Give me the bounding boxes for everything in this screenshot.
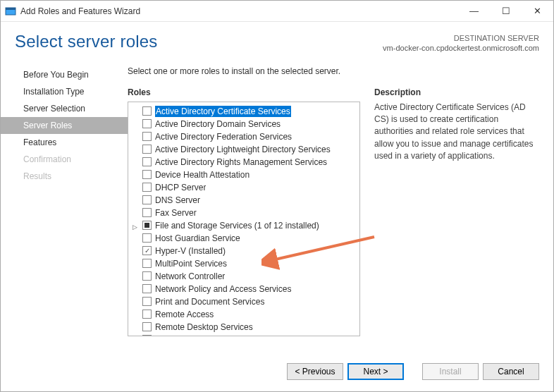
- close-button[interactable]: ✕: [522, 1, 553, 22]
- previous-button[interactable]: < Previous: [287, 363, 343, 380]
- minimize-button[interactable]: —: [458, 1, 490, 22]
- role-label: Active Directory Certificate Services: [155, 106, 291, 117]
- role-row[interactable]: Print and Document Services: [130, 295, 358, 308]
- role-label: DNS Server: [155, 195, 200, 206]
- role-row[interactable]: MultiPoint Services: [130, 257, 358, 270]
- nav-item-server-selection[interactable]: Server Selection: [1, 100, 128, 117]
- role-row[interactable]: Device Health Attestation: [130, 169, 358, 181]
- role-checkbox[interactable]: [142, 195, 152, 204]
- app-icon: [5, 6, 16, 17]
- role-label: Print and Document Services: [155, 296, 264, 307]
- role-label: Device Health Attestation: [155, 169, 250, 180]
- next-button[interactable]: Next >: [347, 363, 404, 380]
- role-row[interactable]: Host Guardian Service: [130, 232, 358, 245]
- role-checkbox[interactable]: [142, 170, 152, 179]
- role-checkbox[interactable]: [142, 233, 152, 243]
- role-label: Host Guardian Service: [155, 233, 240, 244]
- role-row[interactable]: Active Directory Lightweight Directory S…: [130, 143, 358, 156]
- role-row[interactable]: ▷File and Storage Services (1 of 12 inst…: [130, 219, 358, 232]
- role-label: Fax Server: [155, 207, 197, 219]
- destination-value: vm-docker-con.cpdockertest.onmicrosoft.c…: [383, 43, 539, 53]
- svg-rect-1: [6, 8, 16, 10]
- role-checkbox[interactable]: [142, 271, 152, 281]
- wizard-footer: < Previous Next > Install Cancel: [1, 352, 553, 391]
- role-row[interactable]: Hyper-V (Installed): [130, 245, 358, 257]
- role-checkbox[interactable]: [142, 183, 152, 192]
- role-label: Active Directory Lightweight Directory S…: [155, 144, 331, 155]
- role-checkbox[interactable]: [142, 246, 152, 255]
- role-label: Remote Desktop Services: [155, 321, 253, 333]
- titlebar: Add Roles and Features Wizard — ☐ ✕: [1, 1, 553, 22]
- role-checkbox[interactable]: [142, 119, 152, 128]
- expand-icon[interactable]: ▷: [133, 221, 140, 228]
- role-checkbox[interactable]: [142, 310, 152, 319]
- cancel-button[interactable]: Cancel: [483, 363, 539, 380]
- role-checkbox[interactable]: [142, 106, 152, 116]
- nav-item-features[interactable]: Features: [1, 134, 128, 151]
- role-label: Active Directory Domain Services: [155, 118, 281, 130]
- role-checkbox[interactable]: [142, 145, 152, 154]
- install-button[interactable]: Install: [422, 363, 479, 380]
- nav-item-results: Results: [1, 168, 128, 185]
- nav-item-before-you-begin[interactable]: Before You Begin: [1, 66, 128, 83]
- role-label: Volume Activation Services: [155, 334, 257, 336]
- role-label: DHCP Server: [155, 182, 206, 193]
- role-label: Network Policy and Access Services: [155, 283, 291, 295]
- role-label: Remote Access: [155, 309, 214, 320]
- roles-header: Roles: [128, 87, 360, 97]
- role-row[interactable]: DHCP Server: [130, 181, 358, 194]
- role-row[interactable]: Remote Desktop Services: [130, 321, 358, 333]
- role-checkbox[interactable]: [142, 335, 152, 336]
- destination-label: DESTINATION SERVER: [383, 33, 539, 43]
- role-checkbox[interactable]: [142, 221, 152, 230]
- role-row[interactable]: Active Directory Certificate Services: [130, 105, 358, 118]
- destination-server: DESTINATION SERVER vm-docker-con.cpdocke…: [383, 32, 539, 54]
- wizard-nav: Before You BeginInstallation TypeServer …: [1, 66, 128, 352]
- role-row[interactable]: DNS Server: [130, 194, 358, 207]
- role-checkbox[interactable]: [142, 208, 152, 217]
- role-row[interactable]: Active Directory Federation Services: [130, 130, 358, 143]
- role-checkbox[interactable]: [142, 284, 152, 293]
- window-title: Add Roles and Features Wizard: [20, 6, 140, 16]
- role-row[interactable]: Network Policy and Access Services: [130, 283, 358, 295]
- role-row[interactable]: Active Directory Rights Management Servi…: [130, 156, 358, 169]
- role-row[interactable]: Fax Server: [130, 207, 358, 219]
- role-checkbox[interactable]: [142, 132, 152, 141]
- roles-list[interactable]: Active Directory Certificate ServicesAct…: [128, 102, 360, 336]
- role-row[interactable]: Network Controller: [130, 270, 358, 283]
- page-title: Select server roles: [15, 32, 383, 54]
- role-label: Active Directory Federation Services: [155, 131, 292, 142]
- role-label: Hyper-V (Installed): [155, 245, 226, 257]
- description-text: Active Directory Certificate Services (A…: [374, 102, 539, 163]
- role-label: MultiPoint Services: [155, 258, 227, 269]
- instruction-text: Select one or more roles to install on t…: [128, 66, 539, 76]
- role-row[interactable]: Remote Access: [130, 308, 358, 321]
- role-label: Active Directory Rights Management Servi…: [155, 157, 327, 168]
- description-header: Description: [374, 87, 539, 97]
- role-label: File and Storage Services (1 of 12 insta…: [155, 220, 319, 231]
- role-checkbox[interactable]: [142, 297, 152, 306]
- nav-item-installation-type[interactable]: Installation Type: [1, 83, 128, 100]
- nav-item-confirmation: Confirmation: [1, 151, 128, 168]
- role-checkbox[interactable]: [142, 322, 152, 331]
- maximize-button[interactable]: ☐: [490, 1, 522, 22]
- nav-item-server-roles[interactable]: Server Roles: [1, 117, 128, 134]
- role-checkbox[interactable]: [142, 259, 152, 268]
- role-checkbox[interactable]: [142, 157, 152, 166]
- role-row[interactable]: Volume Activation Services: [130, 333, 358, 336]
- role-row[interactable]: Active Directory Domain Services: [130, 118, 358, 130]
- role-label: Network Controller: [155, 271, 225, 282]
